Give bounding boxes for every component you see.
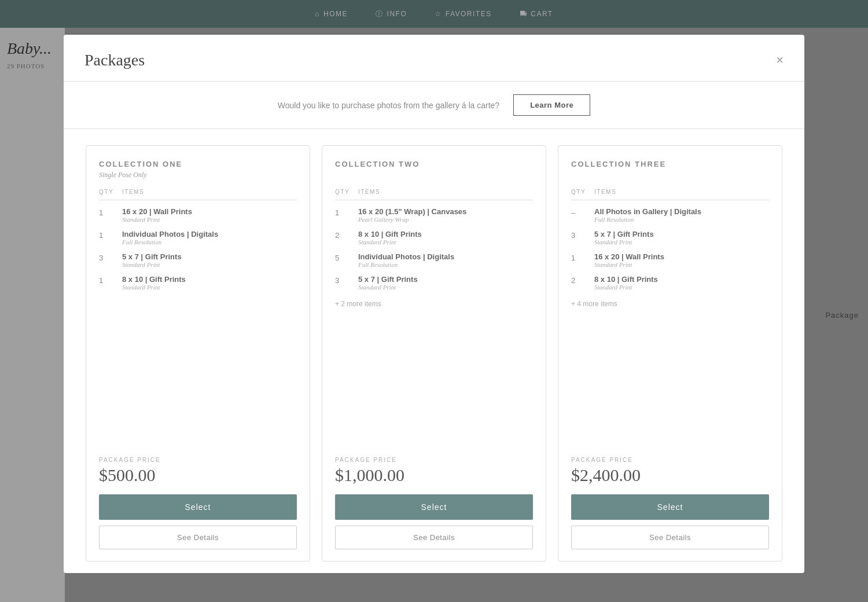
item-name: 16 x 20 | Wall Prints: [122, 207, 192, 216]
qty-header-2: QTY: [335, 189, 349, 195]
item-sub: Standard Print: [594, 284, 658, 291]
packages-modal: Packages × Would you like to purchase ph…: [64, 35, 804, 573]
item-name: 16 x 20 | Wall Prints: [594, 252, 664, 261]
package-3-items-header: QTY ITEMS: [571, 189, 769, 200]
item-qty: 2: [335, 230, 349, 240]
item-qty: –: [571, 207, 585, 217]
items-header-2: ITEMS: [358, 189, 380, 195]
list-item: 5 Individual Photos | Digitals Full Reso…: [335, 252, 533, 268]
package-2-price-label: PACKAGE PRICE: [335, 457, 533, 463]
packages-grid: COLLECTION ONE Single Pose Only QTY ITEM…: [64, 129, 804, 573]
package-2-price: $1,000.00: [335, 465, 533, 485]
list-item: 1 Individual Photos | Digitals Full Reso…: [99, 230, 297, 245]
item-qty: 1: [99, 275, 113, 285]
item-desc: 8 x 10 | Gift Prints Standard Print: [122, 275, 186, 291]
items-header-1: ITEMS: [122, 189, 144, 195]
package-3-select-button[interactable]: Select: [571, 494, 769, 520]
list-item: 3 5 x 7 | Gift Prints Standard Print: [99, 252, 297, 268]
item-sub: Full Resolution: [122, 238, 218, 245]
banner-text: Would you like to purchase photos from t…: [278, 101, 499, 110]
package-3-details-button[interactable]: See Details: [571, 526, 769, 549]
modal-title: Packages: [84, 51, 145, 69]
list-item: 2 8 x 10 | Gift Prints Standard Print: [335, 230, 533, 245]
item-sub: Standard Print: [358, 238, 422, 245]
package-1-name: COLLECTION ONE: [99, 160, 297, 168]
list-item: 2 8 x 10 | Gift Prints Standard Print: [571, 275, 769, 291]
list-item: 3 5 x 7 | Gift Prints Standard Print: [335, 275, 533, 291]
item-qty: 3: [335, 275, 349, 285]
item-qty: 1: [99, 230, 113, 240]
item-name: 8 x 10 | Gift Prints: [358, 230, 422, 238]
item-name: All Photos in Gallery | Digitals: [594, 207, 701, 216]
item-desc: Individual Photos | Digitals Full Resolu…: [122, 230, 218, 245]
package-2-name: COLLECTION TWO: [335, 160, 533, 168]
package-2-details-button[interactable]: See Details: [335, 526, 533, 549]
qty-header-3: QTY: [571, 189, 585, 195]
item-sub: Standard Print: [594, 238, 654, 245]
item-qty: 5: [335, 252, 349, 262]
package-1-items-header: QTY ITEMS: [99, 189, 297, 200]
list-item: 1 16 x 20 | Wall Prints Standard Print: [99, 207, 297, 223]
list-item: 3 5 x 7 | Gift Prints Standard Print: [571, 230, 769, 245]
item-desc: All Photos in Gallery | Digitals Full Re…: [594, 207, 701, 223]
item-sub: Pearl Gallery Wrap: [358, 216, 466, 223]
item-name: Individual Photos | Digitals: [358, 252, 454, 261]
item-desc: 5 x 7 | Gift Prints Standard Print: [594, 230, 654, 245]
item-desc: 5 x 7 | Gift Prints Standard Print: [122, 252, 182, 268]
package-2-more-items: + 2 more items: [335, 300, 533, 308]
package-card-3: COLLECTION THREE QTY ITEMS – All Photos …: [558, 145, 782, 561]
item-desc: 5 x 7 | Gift Prints Standard Print: [358, 275, 418, 291]
item-qty: 3: [99, 252, 113, 262]
modal-header: Packages ×: [64, 35, 804, 82]
item-desc: 8 x 10 | Gift Prints Standard Print: [358, 230, 422, 245]
item-desc: 16 x 20 | Wall Prints Standard Print: [122, 207, 192, 223]
item-sub: Standard Print: [358, 284, 418, 291]
package-card-1: COLLECTION ONE Single Pose Only QTY ITEM…: [86, 145, 310, 561]
package-card-2: COLLECTION TWO QTY ITEMS 1 16 x 20 (1.5"…: [322, 145, 546, 561]
item-sub: Standard Print: [122, 261, 182, 268]
package-2-select-button[interactable]: Select: [335, 494, 533, 520]
items-header-3: ITEMS: [594, 189, 616, 195]
list-item: 1 16 x 20 | Wall Prints Standard Print: [571, 252, 769, 268]
item-desc: 8 x 10 | Gift Prints Standard Print: [594, 275, 658, 291]
item-desc: 16 x 20 | Wall Prints Standard Print: [594, 252, 664, 268]
item-name: 5 x 7 | Gift Prints: [594, 230, 654, 238]
item-name: 5 x 7 | Gift Prints: [122, 252, 182, 261]
item-qty: 1: [99, 207, 113, 217]
modal-banner: Would you like to purchase photos from t…: [64, 82, 804, 129]
item-sub: Standard Print: [594, 261, 664, 268]
qty-header-1: QTY: [99, 189, 113, 195]
item-qty: 2: [571, 275, 585, 285]
list-item: 1 16 x 20 (1.5" Wrap) | Canvases Pearl G…: [335, 207, 533, 223]
learn-more-button[interactable]: Learn More: [513, 94, 590, 116]
item-sub: Standard Print: [122, 216, 192, 223]
modal-close-button[interactable]: ×: [776, 54, 784, 67]
item-desc: Individual Photos | Digitals Full Resolu…: [358, 252, 454, 268]
item-name: 16 x 20 (1.5" Wrap) | Canvases: [358, 207, 466, 216]
item-name: 5 x 7 | Gift Prints: [358, 275, 418, 284]
item-name: 8 x 10 | Gift Prints: [594, 275, 658, 284]
item-sub: Full Resolution: [358, 261, 454, 268]
item-qty: 1: [571, 252, 585, 262]
list-item: 1 8 x 10 | Gift Prints Standard Print: [99, 275, 297, 291]
package-1-subtitle: Single Pose Only: [99, 171, 297, 179]
item-name: 8 x 10 | Gift Prints: [122, 275, 186, 284]
package-1-price-label: PACKAGE PRICE: [99, 457, 297, 463]
item-desc: 16 x 20 (1.5" Wrap) | Canvases Pearl Gal…: [358, 207, 466, 223]
item-name: Individual Photos | Digitals: [122, 230, 218, 238]
package-3-more-items: + 4 more items: [571, 300, 769, 308]
package-3-price: $2,400.00: [571, 465, 769, 485]
item-qty: 3: [571, 230, 585, 240]
item-sub: Full Resolution: [594, 216, 701, 223]
package-1-details-button[interactable]: See Details: [99, 526, 297, 549]
package-1-price: $500.00: [99, 465, 297, 485]
package-3-name: COLLECTION THREE: [571, 160, 769, 168]
list-item: – All Photos in Gallery | Digitals Full …: [571, 207, 769, 223]
item-sub: Standard Print: [122, 284, 186, 291]
package-3-price-label: PACKAGE PRICE: [571, 457, 769, 463]
package-2-items-header: QTY ITEMS: [335, 189, 533, 200]
package-1-select-button[interactable]: Select: [99, 494, 297, 520]
item-qty: 1: [335, 207, 349, 217]
